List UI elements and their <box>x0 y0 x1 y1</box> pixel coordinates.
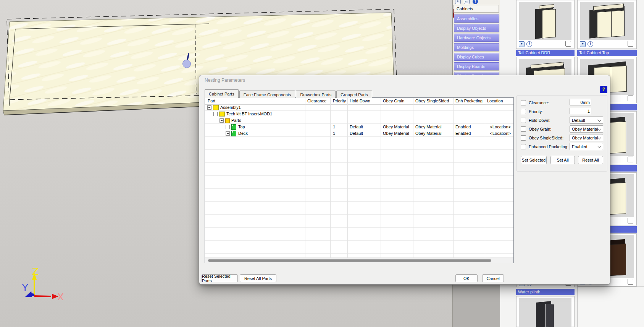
cell-enh-pocketing[interactable]: Enabled <box>455 125 484 129</box>
catalog-cell[interactable] <box>516 296 575 327</box>
sidebar-item-display-boards[interactable]: Display Boards <box>454 62 499 70</box>
column-header-obey-singlesided[interactable]: Obey SingleSided <box>415 99 449 103</box>
cell-obey-singlesided[interactable]: Obey Material <box>415 125 452 129</box>
obey-singlesided-label: Obey SingleSided: <box>529 136 563 140</box>
cell-location[interactable]: <Location> <box>485 125 511 129</box>
column-header-obey-grain[interactable]: Obey Grain <box>383 99 404 103</box>
axis-label-z: Z <box>32 266 39 277</box>
obey-grain-value: Obey Material <box>572 127 598 131</box>
catalog-checkbox[interactable] <box>628 279 633 285</box>
sidebar-header: Cabinets <box>454 5 499 13</box>
reset-all-parts-button[interactable]: Reset All Parts <box>240 274 276 282</box>
catalog-checkbox[interactable] <box>628 157 633 162</box>
app-window: Z X Y ? Cabinets Assemblies Display Obje… <box>0 0 644 327</box>
cell-obey-grain[interactable]: Obey Material <box>383 125 412 129</box>
catalog-checkbox[interactable] <box>565 41 571 47</box>
catalog-cell[interactable]: ▾ i <box>577 0 637 49</box>
row-label: Assembly1 <box>220 105 241 110</box>
tab-drawerbox-parts[interactable]: Drawerbox Parts <box>296 91 336 98</box>
axis-label-y: Y <box>22 282 28 293</box>
tab-face-frame-components[interactable]: Face Frame Components <box>239 91 295 98</box>
tab-grouped-parts[interactable]: Grouped Parts <box>336 91 372 98</box>
info-icon[interactable]: i <box>526 41 532 47</box>
image-icon[interactable] <box>464 0 470 4</box>
chevron-down-icon[interactable]: ▾ <box>580 41 586 47</box>
obey-singlesided-select[interactable]: Obey Material <box>570 134 603 141</box>
clearance-checkbox[interactable] <box>521 100 526 105</box>
catalog-empty-area <box>577 287 644 327</box>
catalog-checkbox[interactable] <box>628 218 633 223</box>
chevron-down-icon[interactable]: ▾ <box>519 41 525 47</box>
tab-cabinet-parts[interactable]: Cabinet Parts <box>205 89 239 98</box>
enhanced-pocketing-select[interactable]: Enabled <box>570 143 603 150</box>
cell-priority[interactable]: 1 <box>333 125 347 129</box>
expander-icon[interactable] <box>226 131 230 136</box>
stamp-icon[interactable] <box>455 0 461 4</box>
expander-icon[interactable] <box>226 125 230 129</box>
sidebar-item-moldings[interactable]: Moldings <box>454 43 499 51</box>
cell-obey-singlesided[interactable]: Obey Material <box>415 131 452 136</box>
obey-singlesided-checkbox[interactable] <box>521 135 526 141</box>
part-icon <box>231 124 236 130</box>
table-row-deck[interactable]: Deck 1 Default Obey Material Obey Materi… <box>205 130 513 137</box>
hold-down-select[interactable]: Default <box>570 117 603 124</box>
catalog-cell[interactable]: ▾ i <box>516 0 575 49</box>
clearance-input[interactable] <box>570 99 591 105</box>
info-icon[interactable]: i <box>588 41 593 47</box>
column-header-hold-down[interactable]: Hold Down <box>350 99 370 103</box>
hold-down-checkbox[interactable] <box>521 118 526 123</box>
column-header-clearance[interactable]: Clearance <box>307 99 326 103</box>
cell-location[interactable]: <Location> <box>485 131 511 136</box>
table-row-top[interactable]: Top 1 Default Obey Material Obey Materia… <box>205 124 513 130</box>
clearance-label: Clearance: <box>529 100 549 105</box>
reset-all-button[interactable]: Reset All <box>578 156 603 164</box>
priority-checkbox[interactable] <box>521 109 526 114</box>
chevron-down-icon <box>597 144 601 148</box>
column-header-enh-pocketing[interactable]: Enh Pocketing <box>455 99 483 103</box>
axis-label-x: X <box>57 291 64 303</box>
sidebar-item-assemblies[interactable]: Assemblies <box>454 15 499 23</box>
scrollbar-thumb[interactable] <box>208 259 491 262</box>
cancel-button[interactable]: Cancel <box>482 274 504 282</box>
cabinet-thumbnail <box>580 2 634 40</box>
obey-grain-checkbox[interactable] <box>521 126 526 132</box>
cell-enh-pocketing[interactable]: Enabled <box>455 131 484 136</box>
help-icon[interactable]: ? <box>473 0 478 4</box>
part-icon <box>231 131 236 136</box>
catalog-checkbox[interactable] <box>628 96 633 101</box>
priority-input[interactable] <box>570 108 591 114</box>
dialog-help-button[interactable]: ? <box>600 86 607 93</box>
catalog-item-title[interactable]: Water plinth <box>516 289 575 295</box>
cell-hold-down[interactable]: Default <box>350 131 380 136</box>
table-row-assembly1[interactable]: Assembly1 <box>205 104 513 111</box>
expander-icon[interactable] <box>220 118 224 123</box>
override-panel: Clearance: Priority: Hold Down: Default … <box>516 95 607 172</box>
set-all-button[interactable]: Set All <box>550 156 575 164</box>
sidebar-item-display-cubes[interactable]: Display Cubes <box>454 53 499 61</box>
priority-label: Priority: <box>529 109 543 114</box>
sidebar-panel-top <box>453 0 500 84</box>
catalog-item-title[interactable]: Tall Cabinet Top <box>577 50 637 56</box>
sidebar-item-display-objects[interactable]: Display Objects <box>454 24 499 32</box>
expander-icon[interactable] <box>213 112 218 116</box>
horizontal-scrollbar[interactable] <box>205 257 513 263</box>
sidebar-item-hardware-objects[interactable]: Hardware Objects <box>454 34 499 42</box>
column-header-location[interactable]: Location <box>487 99 503 103</box>
expander-icon[interactable] <box>207 105 211 110</box>
cell-hold-down[interactable]: Default <box>350 125 380 129</box>
table-row-parts[interactable]: Parts <box>205 117 513 124</box>
set-selected-button[interactable]: Set Selected <box>521 156 547 164</box>
ok-button[interactable]: OK <box>455 274 478 282</box>
column-header-priority[interactable]: Priority <box>333 99 346 103</box>
cell-obey-grain[interactable]: Obey Material <box>383 131 412 136</box>
catalog-item-title[interactable]: Tall Cabinet DDR <box>516 50 575 56</box>
table-row-tech-kit[interactable]: Tech kit BT Insert-MOD1 <box>205 111 513 117</box>
cell-priority[interactable]: 1 <box>333 131 347 136</box>
obey-grain-select[interactable]: Obey Material <box>570 125 603 133</box>
catalog-checkbox[interactable] <box>628 41 633 47</box>
dialog-title: Nesting Parameters <box>205 78 245 83</box>
column-header-part[interactable]: Part <box>208 99 215 103</box>
chevron-down-icon <box>597 118 601 122</box>
enhanced-pocketing-checkbox[interactable] <box>521 144 526 149</box>
reset-selected-parts-button[interactable]: Reset Selected Parts <box>202 274 238 282</box>
